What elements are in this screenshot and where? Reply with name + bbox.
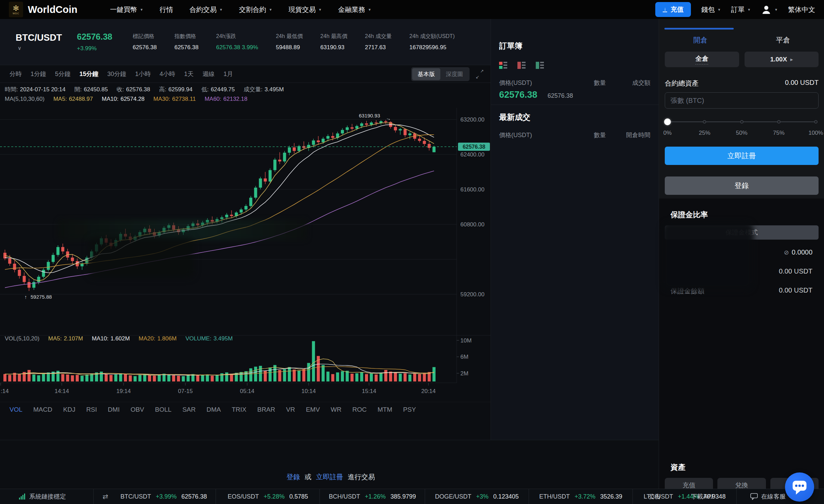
margin-mode-button[interactable]: 全倉 [665,52,739,67]
volume-bar [283,369,286,381]
deposit-button[interactable]: ↓ 充值 [655,2,691,17]
indicator-dmi[interactable]: DMI [108,406,120,413]
info-label: VOLUME: [185,335,212,342]
brand-logo[interactable]: ✻ WDC [9,2,23,17]
mini-ticker-LTC/USDT[interactable]: LTC/USDT+1.44%70.9348公告下載APP [633,489,736,504]
candlestick-chart[interactable]: 63200.0062400.0061600.0060800.0059200.00… [0,108,491,400]
nav-item-5[interactable]: 現貨交易▼ [289,5,322,14]
amount-input[interactable] [665,92,819,109]
margin-ratio-value-row: ⊘ 0.0000 [784,248,812,256]
candle-body [433,147,436,152]
timeframe-1天[interactable]: 1天 [184,70,194,78]
candle-body [322,139,325,142]
indicator-vol[interactable]: VOL [10,406,22,413]
timeframe-5分鐘[interactable]: 5分鐘 [55,70,71,78]
account-menu[interactable]: ▼ [761,4,778,15]
slider-dot[interactable] [814,120,818,124]
volume-bar [322,365,325,382]
mini-ticker-ETH/USDT[interactable]: ETH/USDT+3.72%3526.39 [529,489,633,504]
timeframe-15分鐘[interactable]: 15分鐘 [79,70,98,78]
timeframe-4小時[interactable]: 4小時 [160,70,175,78]
slider-label-100%[interactable]: 100% [808,130,823,136]
amount-slider[interactable] [667,119,816,124]
indicator-boll[interactable]: BOLL [155,406,172,413]
indicator-sar[interactable]: SAR [182,406,196,413]
register-button[interactable]: 立即註冊 [665,147,819,165]
volume-bar [133,376,136,381]
slider-knob[interactable] [664,118,671,125]
overlay-link-下載APP[interactable]: 下載APP [691,492,715,501]
price-axis-label: 63200.00 [460,116,484,123]
slider-label-50%[interactable]: 50% [736,130,747,136]
indicator-mtm[interactable]: MTM [378,406,392,413]
margin-balance-row: 保證金餘額 0.00 USDT [671,286,812,296]
candle-body [80,264,84,266]
candle-body [56,247,59,255]
stat-label: 24h 成交量 [365,33,392,40]
slider-label-0%[interactable]: 0% [663,130,672,136]
wallet-menu[interactable]: 錢包 ▼ [701,5,721,14]
register-link[interactable]: 立即註冊 [316,473,343,481]
download-icon: ↓ [663,7,667,12]
indicator-dma[interactable]: DMA [206,406,221,413]
indicator-psy[interactable]: PSY [403,406,416,413]
leverage-button[interactable]: 1.00X ▸ [745,52,819,67]
view-深度圖[interactable]: 深度圖 [440,68,469,80]
trade-tab-平倉[interactable]: 平倉 [742,33,824,45]
slider-label-75%[interactable]: 75% [773,130,785,136]
indicator-macd[interactable]: MACD [33,406,52,413]
indicator-trix[interactable]: TRIX [232,406,246,413]
timeframe-週線[interactable]: 週線 [202,70,215,78]
orderbook-header: 數量 [562,79,606,87]
login-link[interactable]: 登錄 [287,473,300,481]
indicator-roc[interactable]: ROC [352,406,367,413]
stat-value: 59488.89 [276,44,303,51]
candle-body [350,127,353,129]
nav-item-3[interactable]: 合約交易▼ [189,5,223,14]
indicator-emv[interactable]: EMV [306,406,320,413]
slider-label-25%[interactable]: 25% [699,130,710,136]
indicator-wr[interactable]: WR [331,406,342,413]
view-基本版[interactable]: 基本版 [412,68,440,80]
nav-item-2[interactable]: 行情 [160,5,173,14]
timeframe-30分鐘[interactable]: 30分鐘 [107,70,126,78]
slider-dot[interactable] [703,120,706,124]
mini-ticker-EOS/USDT[interactable]: EOS/USDT+5.28%0.5785 [216,489,319,504]
indicator-kdj[interactable]: KDJ [63,406,75,413]
mini-ticker-BTC/USDT[interactable]: ⇄BTC/USDT+3.99%62576.38 [93,489,216,504]
pair-name: DOGE/USDT [435,493,471,500]
slider-dot[interactable] [740,120,744,124]
mini-ticker-DOGE/USDT[interactable]: DOGE/USDT+3%0.123405 [425,489,529,504]
margin-ratio-value: 0.0000 [792,248,812,256]
indicator-vr[interactable]: VR [286,406,295,413]
overlay-link-公告[interactable]: 公告 [648,492,661,501]
pair-name: BTC/USDT [121,493,151,500]
trade-tab-開倉[interactable]: 開倉 [659,33,742,45]
slider-dot[interactable] [777,120,781,124]
nav-item-6[interactable]: 金融業務▼ [338,5,371,14]
chevron-down-icon: ∨ [18,45,62,51]
timeframe-1分鐘[interactable]: 1分鐘 [31,70,46,78]
login-button[interactable]: 登錄 [665,176,819,195]
orders-menu[interactable]: 訂單 ▼ [731,5,751,14]
timeframe-1月[interactable]: 1月 [223,70,233,78]
nav-item-4[interactable]: 交割合約▼ [239,5,272,14]
timeframe-分時[interactable]: 分時 [10,70,22,78]
indicator-brar[interactable]: BRAR [257,406,275,413]
indicator-obv[interactable]: OBV [130,406,144,413]
mini-ticker-BCH/USDT[interactable]: BCH/USDT+1.26%385.9799 [319,489,425,504]
expand-icon[interactable]: ↗↙ [476,70,484,78]
volume-bar [288,367,291,381]
volume-bar [124,374,127,381]
indicator-rsi[interactable]: RSI [86,406,97,413]
nav-item-1[interactable]: 一鍵買幣▼ [110,5,143,14]
symbol-selector[interactable]: BTC/USDT ∨ [16,33,62,51]
chat-widget-button[interactable] [785,472,814,502]
candle-body [370,123,373,125]
book-asks-icon[interactable] [517,62,526,69]
timeframe-1小時[interactable]: 1小時 [135,70,151,78]
candle-body [119,234,122,240]
book-both-icon[interactable] [499,62,507,69]
language-selector[interactable]: 繁体中文 [788,5,815,14]
book-bids-icon[interactable] [536,62,544,69]
